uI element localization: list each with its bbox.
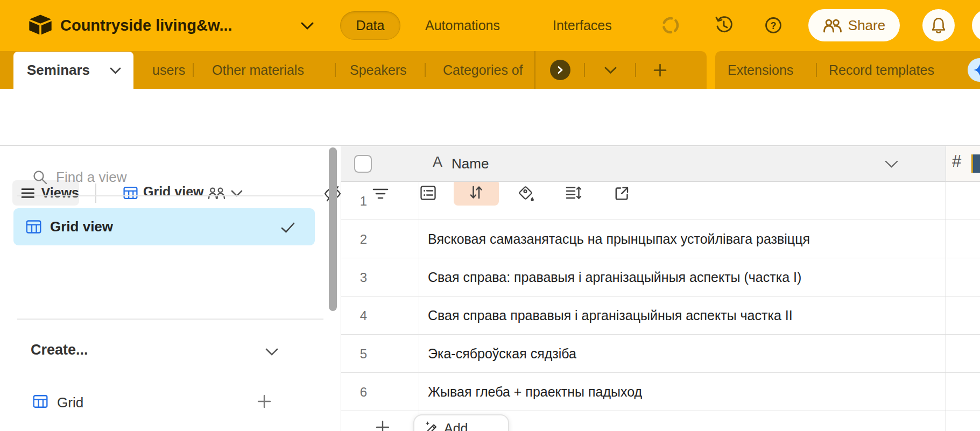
cell-name[interactable]: Эка-сяброўская сядзіба [428, 335, 576, 373]
airtable-app: Countryside living&w... Data Automations… [0, 0, 980, 431]
table-row[interactable]: 5 Эка-сяброўская сядзіба [341, 335, 980, 373]
selected-text-block [973, 154, 980, 173]
ai-sparkle-icon [973, 63, 980, 76]
view-item-label: Grid view [50, 208, 113, 245]
sidebar-scrollbar[interactable] [329, 147, 337, 311]
cell-name[interactable]: Жывая глеба + праектны падыход [428, 373, 642, 411]
tab-divider [425, 63, 426, 77]
ai-assistant-button[interactable] [968, 58, 980, 82]
airtable-logo-icon[interactable] [28, 14, 53, 36]
table-tab-other-materials[interactable]: Other materials [212, 51, 304, 89]
row-number: 5 [349, 335, 378, 373]
number-field-type-icon: # [952, 152, 961, 171]
text-field-type-icon: A [433, 154, 442, 171]
cell-name[interactable]: Свая справа: прававыя і арганізацыйныя а… [428, 258, 801, 296]
nav-tab-automations[interactable]: Automations [425, 0, 500, 51]
record-templates-tab[interactable]: Record templates [829, 51, 934, 89]
edge-button-partial[interactable] [972, 9, 980, 41]
create-section-chevron-down-icon[interactable] [265, 348, 279, 357]
column-menu-chevron-down-icon[interactable] [884, 160, 899, 169]
notifications-button[interactable] [922, 9, 955, 41]
tab-divider [335, 63, 336, 77]
table-tabs-group: Seminars users Other materials Speakers … [0, 51, 707, 89]
base-title-chevron-down-icon[interactable] [300, 22, 314, 31]
search-icon [32, 169, 48, 185]
tab-divider [816, 63, 817, 77]
table-row[interactable]: 4 Свая справа прававыя і арганізацыйныя … [341, 296, 980, 335]
create-grid-label[interactable]: Grid [57, 394, 83, 411]
tab-divider [193, 63, 194, 77]
tab-divider [635, 63, 636, 77]
table-tab-strip: Seminars users Other materials Speakers … [0, 51, 980, 89]
add-record-ai-button[interactable]: Add... [413, 414, 509, 431]
grid-header-row: A Name # [341, 146, 980, 182]
loading-spinner-icon [661, 16, 680, 34]
table-tab-categories[interactable]: Categories of [443, 51, 523, 89]
table-row[interactable]: 3 Свая справа: прававыя і арганізацыйныя… [341, 258, 980, 296]
cell-name[interactable]: Свая справа прававыя і арганізацыйныя ас… [428, 296, 793, 335]
row-number: 1 [349, 182, 378, 220]
row-number: 3 [349, 258, 378, 296]
table-tab-users[interactable]: users [152, 51, 185, 89]
check-icon [280, 222, 295, 234]
row-number-column-border [419, 182, 419, 431]
tools-tabs-group: Extensions Record templates [715, 51, 980, 89]
nav-tab-interfaces[interactable]: Interfaces [553, 0, 612, 51]
next-column-header[interactable]: # [946, 146, 980, 181]
table-tab-chevron-down-icon[interactable] [109, 67, 122, 75]
add-table-plus-icon[interactable] [653, 63, 667, 77]
row-number: 6 [349, 373, 378, 411]
table-tab-label: Seminars [27, 52, 90, 89]
sidebar-divider [17, 319, 323, 320]
sidebar-view-grid-view[interactable]: Grid view [13, 208, 315, 245]
column-header-name[interactable]: Name [452, 156, 489, 172]
create-section-label[interactable]: Create... [31, 342, 88, 358]
share-button[interactable]: Share [808, 9, 900, 41]
tables-menu-chevron-down-icon[interactable] [604, 66, 617, 75]
find-view-input[interactable] [55, 166, 262, 188]
row-number: 2 [349, 220, 378, 258]
tab-scroll-edge [534, 51, 535, 89]
bell-icon [930, 16, 947, 34]
view-options-chevron-down-icon[interactable] [230, 189, 243, 198]
create-grid-plus-icon[interactable] [257, 394, 272, 409]
create-grid-icon [32, 393, 48, 409]
table-row[interactable]: 1 [341, 182, 980, 220]
top-bar: Countryside living&w... Data Automations… [0, 0, 980, 51]
history-icon[interactable] [713, 15, 734, 36]
share-people-icon [823, 18, 842, 33]
nav-tab-data[interactable]: Data [340, 11, 400, 40]
tab-divider [584, 63, 585, 77]
view-toolbar: Views Grid view [0, 89, 980, 146]
table-row[interactable]: 2 Вясковая самазанятасць на прынцыпах ус… [341, 220, 980, 258]
scroll-tabs-right-button[interactable] [550, 60, 570, 80]
row-number: 4 [349, 296, 378, 335]
share-button-label: Share [848, 17, 885, 34]
add-record-plus-icon[interactable] [375, 420, 390, 431]
grid-view-icon [25, 218, 42, 235]
table-tab-seminars[interactable]: Seminars [13, 52, 133, 89]
name-column-right-border [946, 146, 946, 431]
cell-name[interactable]: Вясковая самазанятасць на прынцыпах усто… [428, 220, 810, 258]
pencil-sparkle-icon [424, 421, 439, 431]
hamburger-icon [21, 188, 35, 199]
base-title[interactable]: Countryside living&w... [60, 0, 232, 51]
select-all-checkbox[interactable] [354, 155, 372, 173]
help-icon[interactable]: ? [764, 16, 782, 34]
add-record-label: Add... [444, 421, 479, 431]
extensions-tab[interactable]: Extensions [728, 51, 793, 89]
sidebar-divider [17, 195, 323, 196]
collaborators-icon[interactable] [208, 187, 225, 200]
svg-text:?: ? [771, 20, 777, 31]
table-tab-speakers[interactable]: Speakers [350, 51, 407, 89]
table-row[interactable]: 6 Жывая глеба + праектны падыход [341, 373, 980, 411]
